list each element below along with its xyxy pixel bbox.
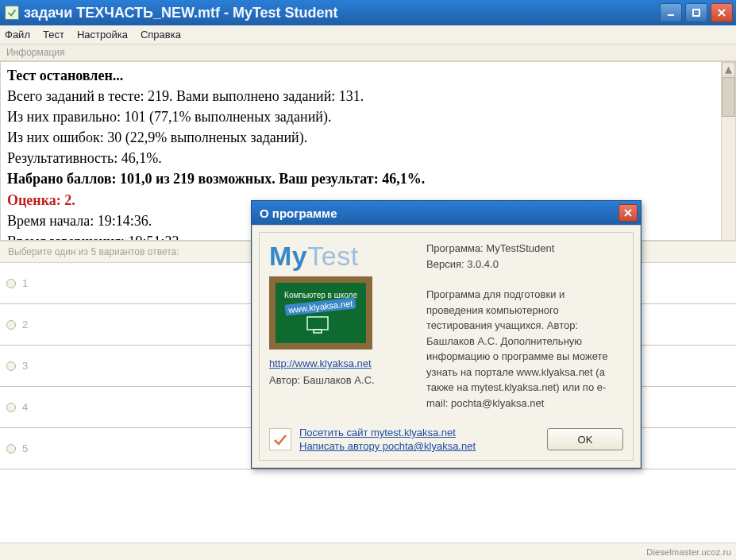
author-label: Автор: Башлаков А.С. <box>269 374 412 386</box>
window-title: задачи ТЕХЧАСТЬ_NEW.mtf - MyTest Student <box>24 5 660 21</box>
dialog-titlebar: О программе <box>252 201 641 225</box>
program-name: Программа: MyTestStudent <box>426 241 623 257</box>
result-status: Тест остановлен... <box>7 65 729 86</box>
site-link[interactable]: http://www.klyaksa.net <box>269 357 372 369</box>
app-logo: MyTest <box>269 241 412 272</box>
menu-test[interactable]: Тест <box>43 29 64 41</box>
result-correct: Из них правильно: 101 (77,1% выполненых … <box>7 106 729 127</box>
menubar: Файл Тест Настройка Справка <box>0 25 736 44</box>
answer-number: 1 <box>22 277 28 289</box>
minimize-button[interactable] <box>660 3 682 22</box>
app-icon <box>5 6 19 20</box>
scroll-up-icon[interactable]: ▴ <box>722 62 735 76</box>
radio-icon[interactable] <box>6 403 16 412</box>
results-scrollbar[interactable]: ▴ <box>721 62 735 240</box>
svg-rect-7 <box>314 330 322 333</box>
radio-icon[interactable] <box>6 444 16 454</box>
svg-rect-6 <box>307 317 328 330</box>
dialog-close-button[interactable] <box>618 204 638 222</box>
answer-number: 5 <box>22 442 28 454</box>
answer-number: 4 <box>22 401 28 413</box>
logo-test: Test <box>307 241 358 271</box>
status-bar <box>0 543 736 560</box>
window-close-button[interactable] <box>711 3 733 22</box>
result-wrong: Из них ошибок: 30 (22,9% выполненых зада… <box>7 127 729 148</box>
svg-rect-1 <box>693 10 699 16</box>
scroll-thumb[interactable] <box>722 77 735 117</box>
result-score: Набрано баллов: 101,0 из 219 возможных. … <box>7 168 729 189</box>
program-version: Версия: 3.0.4.0 <box>426 257 623 272</box>
maximize-button[interactable] <box>685 3 707 22</box>
info-strip: Информация <box>0 44 736 61</box>
program-description: Программа для подготовки и проведения ко… <box>426 287 623 411</box>
radio-icon[interactable] <box>6 320 16 330</box>
dialog-title: О программе <box>260 207 618 220</box>
promo-image: Компьютер в школе www.klyaksa.net <box>269 276 372 350</box>
menu-file[interactable]: Файл <box>5 29 30 41</box>
radio-icon[interactable] <box>6 279 16 288</box>
radio-icon[interactable] <box>6 361 16 371</box>
mail-author-link[interactable]: Написать автору pochta@klyaksa.net <box>299 440 539 452</box>
ok-button[interactable]: OK <box>547 428 623 450</box>
visit-site-link[interactable]: Посетить сайт mytest.klyaksa.net <box>299 427 539 438</box>
titlebar: задачи ТЕХЧАСТЬ_NEW.mtf - MyTest Student <box>0 0 736 25</box>
checkmark-icon <box>269 428 291 450</box>
answer-number: 2 <box>22 319 28 330</box>
result-total: Всего заданий в тесте: 219. Вами выполне… <box>7 86 729 106</box>
menu-help[interactable]: Справка <box>141 29 181 41</box>
result-effectiveness: Результативность: 46,1%. <box>7 148 729 168</box>
logo-my: My <box>269 241 307 271</box>
menu-settings[interactable]: Настройка <box>77 29 128 41</box>
about-dialog: О программе MyTest Компьютер в школе www… <box>251 200 642 469</box>
answer-number: 3 <box>22 360 28 372</box>
watermark: Dieselmaster.ucoz.ru <box>646 547 731 557</box>
